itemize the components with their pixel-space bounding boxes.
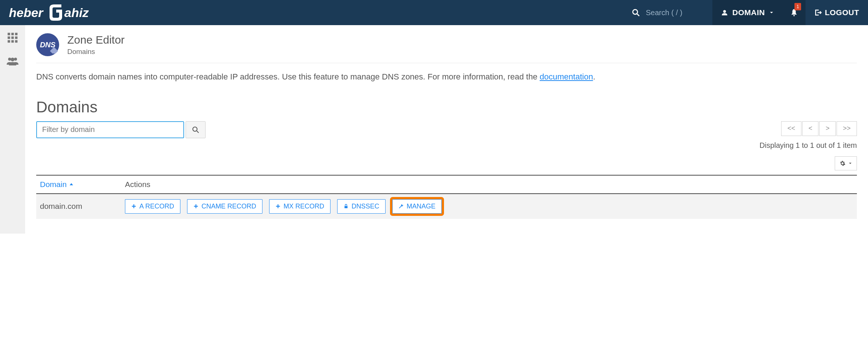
add-mx-record-button[interactable]: MX RECORD [269,199,330,214]
logout-icon [814,9,822,16]
domain-cell: domain.com [40,202,125,211]
svg-rect-4 [8,33,10,35]
svg-line-17 [197,131,199,133]
domains-heading: Domains [36,98,857,116]
search-input[interactable] [646,9,698,17]
pager-last-button[interactable]: >> [837,121,857,136]
user-label: DOMAIN [732,8,765,17]
app-header: heber ahiz DOMAIN 1 LOGOUT [0,0,868,25]
main-content: DNS Zone Editor Domains DNS converts dom… [25,25,868,234]
search-icon [632,9,640,17]
table-row: domain.com A RECORD CNAME RECORD MX RECO… [36,194,857,219]
user-icon [721,9,728,16]
wrench-icon [399,204,404,209]
svg-point-0 [633,10,638,14]
sidebar-apps-icon[interactable] [7,32,18,45]
domains-table: Domain Actions domain.com A RECORD [36,175,857,219]
svg-rect-7 [8,37,10,39]
svg-point-15 [11,58,14,61]
dnssec-button[interactable]: DNSSEC [337,199,386,214]
lock-icon [343,204,349,209]
manage-button[interactable]: MANAGE [392,199,442,214]
notification-badge: 1 [794,3,801,10]
chevron-down-icon [848,162,852,165]
sort-asc-icon [69,182,74,187]
cname-record-label: CNAME RECORD [201,203,256,210]
column-domain-sort[interactable]: Domain [40,180,125,189]
svg-point-2 [723,10,726,13]
svg-point-3 [793,15,795,16]
column-domain-label: Domain [40,180,67,189]
page-description: DNS converts domain names into computer-… [36,71,857,83]
svg-rect-10 [8,40,10,43]
svg-rect-5 [11,33,14,35]
description-post: . [593,72,595,81]
header-search[interactable] [632,9,712,17]
page-header: DNS Zone Editor Domains [36,33,857,63]
documentation-link[interactable]: documentation [540,72,593,81]
plus-icon [193,204,199,209]
svg-line-1 [637,14,640,16]
notifications-button[interactable]: 1 [783,0,806,25]
svg-rect-9 [15,37,18,39]
plus-icon [131,204,136,209]
plus-icon [275,204,281,209]
table-header: Domain Actions [36,175,857,194]
svg-rect-11 [11,40,14,43]
svg-rect-24 [345,206,347,208]
brand-logo[interactable]: heber ahiz [0,0,114,25]
logout-label: LOGOUT [825,8,859,17]
svg-rect-12 [15,40,18,43]
brand-text: heber [9,6,44,20]
brand-text-2: ahiz [64,6,89,20]
dnssec-label: DNSSEC [352,203,379,210]
mx-record-label: MX RECORD [284,203,324,210]
filter-search-button[interactable] [186,121,206,138]
logout-button[interactable]: LOGOUT [806,0,868,25]
a-record-label: A RECORD [139,203,174,210]
pager-status: Displaying 1 to 1 out of 1 item [760,141,857,150]
svg-rect-6 [15,33,18,35]
svg-rect-8 [11,37,14,39]
chevron-down-icon [769,10,774,15]
pager: << < > >> [760,121,857,136]
pager-next-button[interactable]: > [819,121,836,136]
column-actions-label: Actions [125,180,853,189]
sidebar [0,25,25,234]
pager-prev-button[interactable]: < [802,121,819,136]
page-subtitle: Domains [67,48,125,56]
svg-point-14 [14,58,17,61]
add-a-record-button[interactable]: A RECORD [125,199,180,214]
search-icon [192,126,199,133]
gear-icon [840,160,845,166]
manage-label: MANAGE [407,203,435,210]
svg-point-16 [193,127,197,131]
sidebar-users-icon[interactable] [6,56,19,68]
filter-input[interactable] [36,121,184,138]
page-title: Zone Editor [67,34,125,46]
user-menu[interactable]: DOMAIN [712,0,783,25]
pager-first-button[interactable]: << [781,121,801,136]
add-cname-record-button[interactable]: CNAME RECORD [187,199,262,214]
dns-badge-icon: DNS [36,33,59,56]
description-text: DNS converts domain names into computer-… [36,72,540,81]
table-settings-button[interactable] [835,156,857,170]
svg-point-13 [8,58,11,61]
